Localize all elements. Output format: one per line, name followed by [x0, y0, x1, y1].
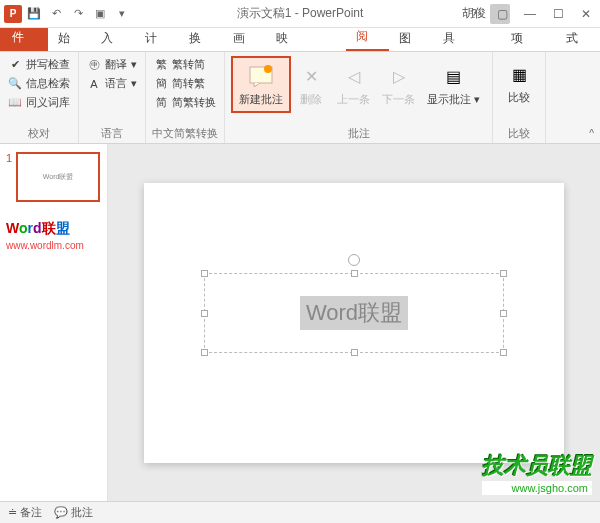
- group-proofing: ✔拼写检查 🔍信息检索 📖同义词库 校对: [0, 52, 79, 143]
- resize-handle-n[interactable]: [351, 270, 358, 277]
- next-icon: ▷: [385, 62, 413, 90]
- language-icon: A: [87, 77, 101, 91]
- next-comment-button[interactable]: ▷ 下一条: [376, 56, 421, 113]
- slide-editor[interactable]: Word联盟: [108, 144, 600, 501]
- ribbon-options-icon[interactable]: ▢: [488, 2, 516, 26]
- compare-icon: ▦: [505, 60, 533, 88]
- spell-icon: ✔: [8, 58, 22, 72]
- resize-handle-e[interactable]: [500, 310, 507, 317]
- research-icon: 🔍: [8, 77, 22, 91]
- compare-button[interactable]: ▦ 比较: [499, 56, 539, 109]
- trad-to-simp-button[interactable]: 繁繁转简: [152, 56, 218, 73]
- qat-dropdown-icon[interactable]: ▾: [112, 4, 132, 24]
- research-button[interactable]: 🔍信息检索: [6, 75, 72, 92]
- redo-icon[interactable]: ↷: [68, 4, 88, 24]
- ribbon-tabs: 文件 开始 插入 设计 切换 动画 幻灯片放映 审阅 视图 开发工具 加载项 格…: [0, 28, 600, 52]
- resize-handle-s[interactable]: [351, 349, 358, 356]
- show-comments-button[interactable]: ▤ 显示批注 ▾: [421, 56, 486, 113]
- new-comment-icon: [247, 62, 275, 90]
- group-label-comments: 批注: [231, 124, 486, 141]
- svg-point-1: [264, 65, 272, 73]
- resize-handle-ne[interactable]: [500, 270, 507, 277]
- group-compare: ▦ 比较 比较: [493, 52, 546, 143]
- delete-icon: ✕: [297, 62, 325, 90]
- maximize-icon[interactable]: ☐: [544, 2, 572, 26]
- rotate-handle[interactable]: [348, 254, 360, 266]
- thumbnail-slide-1[interactable]: 1 Word联盟: [6, 152, 101, 202]
- help-icon[interactable]: ?: [460, 2, 488, 26]
- group-label-proofing: 校对: [6, 124, 72, 141]
- prev-comment-button[interactable]: ◁ 上一条: [331, 56, 376, 113]
- thesaurus-button[interactable]: 📖同义词库: [6, 94, 72, 111]
- group-chinese: 繁繁转简 簡简转繁 简简繁转换 中文简繁转换: [146, 52, 225, 143]
- minimize-icon[interactable]: —: [516, 2, 544, 26]
- convert-icon: 简: [154, 96, 168, 110]
- delete-comment-button[interactable]: ✕ 删除: [291, 56, 331, 113]
- watermark-bottom: 技术员联盟 www.jsgho.com: [482, 451, 592, 495]
- simp-to-trad-button[interactable]: 簡简转繁: [152, 75, 218, 92]
- selected-textbox[interactable]: Word联盟: [204, 273, 504, 353]
- resize-handle-nw[interactable]: [201, 270, 208, 277]
- ribbon: ✔拼写检查 🔍信息检索 📖同义词库 校对 ㊥翻译▾ A语言▾ 语言 繁繁转简 簡…: [0, 52, 600, 144]
- slide-thumbnail-panel: 1 Word联盟: [0, 144, 108, 501]
- comments-pane-button[interactable]: 💬批注: [54, 505, 93, 520]
- status-bar: ≐备注 💬批注: [0, 501, 600, 523]
- comments-icon: 💬: [54, 506, 68, 519]
- group-comments: 新建批注 ✕ 删除 ◁ 上一条 ▷ 下一条 ▤ 显示批注 ▾ 批注: [225, 52, 493, 143]
- t2s-icon: 繁: [154, 58, 168, 72]
- undo-icon[interactable]: ↶: [46, 4, 66, 24]
- collapse-ribbon-icon[interactable]: ^: [585, 126, 598, 141]
- translate-button[interactable]: ㊥翻译▾: [85, 56, 139, 73]
- show-comments-icon: ▤: [440, 62, 468, 90]
- group-language: ㊥翻译▾ A语言▾ 语言: [79, 52, 146, 143]
- slide-canvas[interactable]: Word联盟: [144, 183, 564, 463]
- prev-icon: ◁: [340, 62, 368, 90]
- resize-handle-w[interactable]: [201, 310, 208, 317]
- resize-handle-sw[interactable]: [201, 349, 208, 356]
- watermark-left: Word联盟 www.wordlm.com: [6, 220, 84, 251]
- window-title: 演示文稿1 - PowerPoint: [237, 5, 364, 22]
- convert-button[interactable]: 简简繁转换: [152, 94, 218, 111]
- thumbnail-preview: Word联盟: [16, 152, 100, 202]
- notes-icon: ≐: [8, 506, 17, 519]
- save-icon[interactable]: 💾: [24, 4, 44, 24]
- textbox-text[interactable]: Word联盟: [300, 296, 408, 330]
- slideshow-icon[interactable]: ▣: [90, 4, 110, 24]
- thesaurus-icon: 📖: [8, 96, 22, 110]
- notes-button[interactable]: ≐备注: [8, 505, 42, 520]
- dropdown-icon: ▾: [131, 58, 137, 71]
- spell-check-button[interactable]: ✔拼写检查: [6, 56, 72, 73]
- dropdown-icon: ▾: [131, 77, 137, 90]
- close-icon[interactable]: ✕: [572, 2, 600, 26]
- language-button[interactable]: A语言▾: [85, 75, 139, 92]
- group-label-chinese: 中文简繁转换: [152, 124, 218, 141]
- group-label-compare: 比较: [499, 124, 539, 141]
- resize-handle-se[interactable]: [500, 349, 507, 356]
- group-label-language: 语言: [85, 124, 139, 141]
- translate-icon: ㊥: [87, 58, 101, 72]
- app-icon: P: [4, 5, 22, 23]
- s2t-icon: 簡: [154, 77, 168, 91]
- new-comment-button[interactable]: 新建批注: [231, 56, 291, 113]
